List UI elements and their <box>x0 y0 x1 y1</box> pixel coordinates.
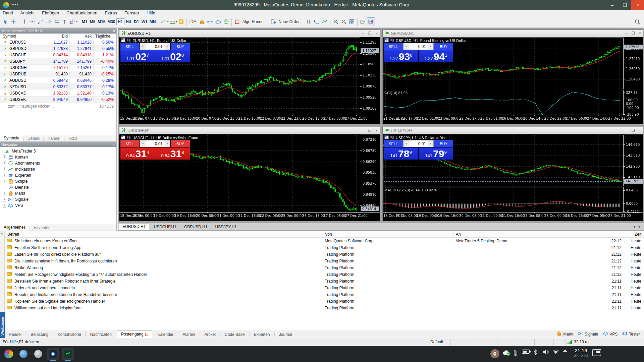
buy-price[interactable]: 141 79 9 <box>419 147 453 160</box>
column-an[interactable]: An <box>453 232 592 237</box>
market-watch-row-USDJPY[interactable]: ↗USDJPY141.789141.799-0.40% <box>0 58 116 65</box>
volume-increase-button[interactable]: ∧ <box>428 140 433 147</box>
timeframe-M5[interactable]: M5 <box>89 18 97 25</box>
column-ask[interactable]: Ask <box>69 34 93 39</box>
volume-increase-button[interactable]: ∧ <box>165 140 170 147</box>
vertical-line-icon[interactable] <box>20 17 29 26</box>
expand-icon[interactable]: + <box>3 168 6 171</box>
chart-minimize-button[interactable]: – <box>626 128 628 133</box>
close-button[interactable]: × <box>631 0 644 10</box>
toolbox-tab-posteingang[interactable]: Posteingang11 <box>117 330 152 338</box>
tray-expand-icon[interactable] <box>563 349 568 352</box>
expand-icon[interactable]: + <box>3 156 6 159</box>
navigator-item-skripte[interactable]: +Skripte <box>0 178 116 184</box>
volume-increase-button[interactable]: ∧ <box>428 43 433 50</box>
zigzag-icon[interactable] <box>321 17 329 26</box>
algo-trading-icon[interactable] <box>233 17 241 26</box>
add-symbol-row[interactable]: + zum Hinzufügen klicken... 10 / 139 <box>0 103 116 109</box>
sell-price[interactable]: 0.84 31 4 <box>120 147 155 160</box>
template-icon[interactable] <box>390 135 394 140</box>
line-style-icon[interactable] <box>160 17 168 26</box>
timeframe-H1[interactable]: H1 <box>116 18 124 25</box>
template-icon[interactable] <box>127 38 131 43</box>
chart-maximize-button[interactable]: ❒ <box>368 31 372 36</box>
market-watch-row-USDCNH[interactable]: ↗USDCNH7.151707.152610.17% <box>0 65 116 71</box>
timeframe-W1[interactable]: W1 <box>141 18 149 25</box>
depth-of-market-icon[interactable] <box>121 38 125 43</box>
market-lock-icon[interactable] <box>198 17 206 26</box>
toolbox-vertical-tab[interactable]: Werkzeuge <box>0 312 5 338</box>
market-watch-column-header[interactable]: Symbol Bid Ask Tägliche... <box>0 34 116 39</box>
expand-icon[interactable]: + <box>3 162 6 165</box>
expand-icon[interactable]: + <box>3 174 6 177</box>
buy-button[interactable]: BUY <box>171 43 190 50</box>
navigator-item-abonnements[interactable]: +Abonnements <box>0 160 116 166</box>
browser-icon[interactable] <box>17 348 30 360</box>
navigator-item-konten[interactable]: +Konten <box>0 154 116 160</box>
volume-decrease-button[interactable]: ∨ <box>404 43 409 50</box>
market-watch-row-USDCHF[interactable]: ↘USDCHF0.843140.84318-1.21% <box>0 52 116 58</box>
trendline-icon[interactable] <box>37 17 45 26</box>
menu-chartfunktionen[interactable]: Chartfunktionen <box>66 10 97 15</box>
volume-value[interactable]: 0.01 <box>409 43 428 50</box>
algo-trading-label[interactable]: Algo-Handel <box>242 19 264 24</box>
column-betreff[interactable]: Betreff <box>5 232 323 237</box>
toolbox-link-tester[interactable]: Tester <box>622 331 640 337</box>
tab-symbole[interactable]: Symbole <box>0 135 23 141</box>
show-desktop-icon[interactable] <box>592 349 601 356</box>
timeframe-D1[interactable]: D1 <box>132 18 141 25</box>
tab-handel[interactable]: Handel <box>44 135 64 141</box>
toolbox-tab-kontohistorie[interactable]: Kontohistorie <box>54 331 85 338</box>
market-watch-row-USDCAD[interactable]: ↘USDCAD1.321331.321400.13% <box>0 90 116 97</box>
sell-price[interactable]: 1.27 93 8 <box>384 50 418 62</box>
chart-shift-icon[interactable] <box>367 17 375 26</box>
buy-button[interactable]: BUY <box>434 43 453 50</box>
dropdown-caret-icon[interactable]: ▾ <box>76 20 77 23</box>
template-icon[interactable] <box>127 135 131 140</box>
app-launcher-icon[interactable] <box>3 348 15 360</box>
chart-close-button[interactable]: × <box>376 128 378 133</box>
market-watch-row-USDSEK[interactable]: ↗USDSEK9.945499.94950-0.52% <box>0 97 116 103</box>
chart-maximize-button[interactable]: ❒ <box>368 128 372 133</box>
pointer-icon[interactable] <box>1 17 9 26</box>
market-watch-row-AUDUSD[interactable]: ↗AUDUSD0.684420.684460.28% <box>0 77 116 84</box>
metaeditor-button[interactable]: IDE <box>189 19 196 24</box>
buy-price[interactable]: 1.11 02 8 <box>155 50 190 62</box>
market-watch-row-USDRUB[interactable]: •USDRUB91.43091.430-0.25% <box>0 71 116 77</box>
equidistant-channel-icon[interactable] <box>53 17 61 26</box>
horizontal-line-icon[interactable] <box>29 17 37 26</box>
battery-icon[interactable] <box>522 349 531 354</box>
toolbox-tab-belastung[interactable]: Belastung <box>26 331 52 338</box>
toolbox-tab-nachrichten[interactable]: Nachrichten <box>86 331 116 338</box>
template-icon[interactable] <box>390 38 394 43</box>
sell-price[interactable]: 141 78 9 <box>384 147 418 160</box>
market-watch-row-EURUSD[interactable]: ↗EURUSD1.110271.110280.56% <box>0 39 116 46</box>
windows-icon[interactable] <box>313 17 321 26</box>
menu-hilfe[interactable]: Hilfe <box>147 10 155 15</box>
timeframe-M15[interactable]: M15 <box>97 18 106 25</box>
chart-tab-gbpusd-h1[interactable]: GBPUSD,H1 <box>181 224 211 230</box>
toolbox-tab-alarme[interactable]: Alarme <box>178 331 199 338</box>
toolbox-tab-experten[interactable]: Experten <box>250 331 274 338</box>
neue-order-icon[interactable] <box>269 17 277 26</box>
message-row[interactable]: Risiko-WarnungTrading Platform21:12|Heut… <box>5 264 644 271</box>
market-watch-close-icon[interactable]: × <box>113 29 115 33</box>
shield-icon[interactable] <box>490 349 499 358</box>
buy-price[interactable]: 1.27 94 1 <box>419 50 453 62</box>
column-daily[interactable]: Tägliche... <box>93 34 116 39</box>
cloud-sync-icon[interactable] <box>502 349 511 356</box>
indicator-window-icon[interactable] <box>168 17 176 26</box>
auto-scroll-icon[interactable] <box>359 17 367 26</box>
toolbox-tab-artikel[interactable]: Artikel <box>201 331 220 338</box>
tile-windows-icon[interactable] <box>348 17 356 26</box>
navigator-close-icon[interactable]: × <box>113 142 115 146</box>
volume-value[interactable]: 0.01 <box>146 43 165 50</box>
chart-close-button[interactable]: × <box>376 31 378 36</box>
navigator-item-metatrader-5[interactable]: MetaTrader 5 <box>0 148 116 154</box>
expand-icon[interactable]: + <box>3 198 6 201</box>
chart-tab-eurusd-h1[interactable]: EURUSD,H1 <box>119 223 149 230</box>
sell-button[interactable]: SELL <box>384 140 403 147</box>
chart-window-titlebar[interactable]: USDJPY,H1 – ❒ × <box>383 127 643 134</box>
sell-button[interactable]: SELL <box>384 43 403 50</box>
paperclip-icon[interactable] <box>513 349 518 357</box>
